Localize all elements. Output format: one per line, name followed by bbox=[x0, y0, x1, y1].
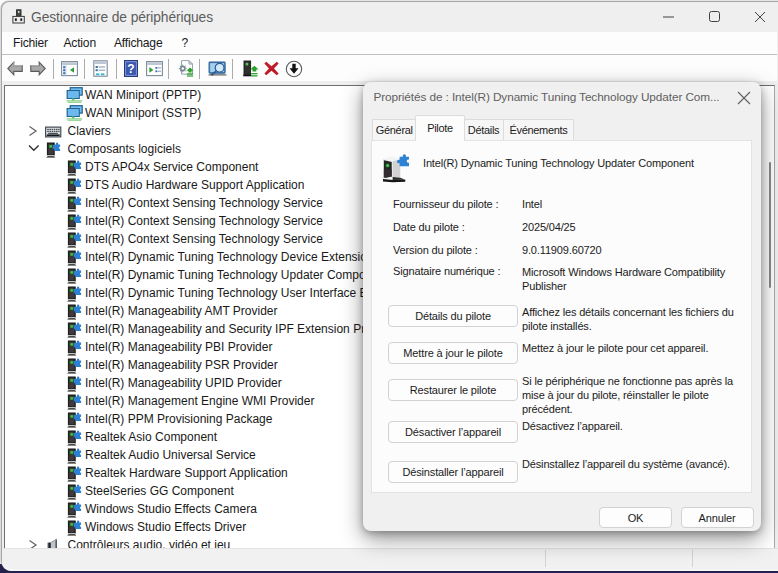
svg-text:?: ? bbox=[127, 61, 134, 75]
